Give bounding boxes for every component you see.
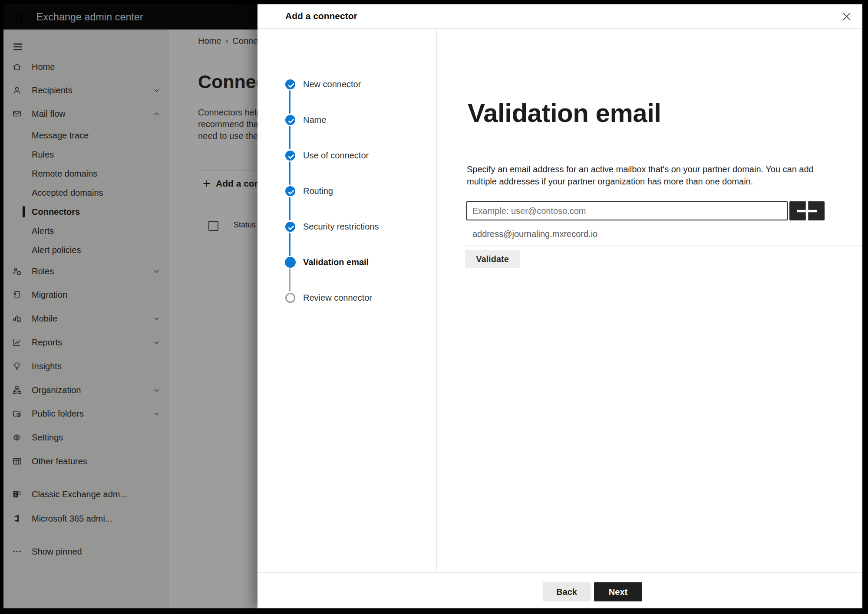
step-new-connector[interactable]: New connector (303, 78, 361, 90)
validate-button[interactable]: Validate (465, 250, 520, 268)
step-validation-email[interactable]: Validation email (303, 256, 369, 268)
check-icon (286, 223, 296, 233)
add-connector-dialog: Add a connector New connectorNameUse of … (257, 4, 862, 608)
address-value: address@journaling.mxrecord.io (472, 225, 597, 243)
step-completed-dot (285, 222, 295, 232)
step-connector-line (289, 197, 290, 220)
check-icon (286, 151, 296, 161)
next-button[interactable]: Next (594, 582, 642, 601)
plus-icon (792, 196, 822, 226)
address-row: address@journaling.mxrecord.io (466, 225, 862, 246)
step-connector-line (289, 90, 290, 114)
step-description-line: multiple addresses if your partner organ… (467, 175, 814, 187)
step-completed-dot (285, 151, 295, 161)
add-email-button[interactable] (789, 201, 825, 220)
step-completed-dot (285, 115, 295, 125)
plus-icon (792, 196, 822, 226)
step-description: Specify an email address for an active m… (467, 163, 814, 187)
email-input-row (466, 201, 825, 220)
dialog-title: Add a connector (285, 4, 357, 28)
wizard-steps: New connectorNameUse of connectorRouting… (257, 29, 437, 573)
step-connector-line (289, 161, 290, 185)
check-icon (286, 80, 296, 90)
step-security-restrictions[interactable]: Security restrictions (303, 220, 379, 233)
check-icon (286, 116, 296, 126)
step-use-of-connector[interactable]: Use of connector (303, 149, 369, 161)
step-review-connector[interactable]: Review connector (303, 292, 372, 304)
step-connector-line (289, 126, 290, 149)
step-current-dot (285, 257, 296, 268)
step-routing[interactable]: Routing (303, 185, 333, 197)
exchange-admin-app: Exchange admin center HomeRecipientsMail… (3, 4, 862, 608)
step-completed-dot (285, 186, 295, 196)
dialog-body: New connectorNameUse of connectorRouting… (257, 29, 862, 573)
screen: Exchange admin center HomeRecipientsMail… (0, 0, 868, 614)
step-connector-line (289, 233, 290, 256)
back-button[interactable]: Back (543, 582, 591, 601)
dialog-footer: Back Next (257, 572, 862, 608)
close-icon[interactable] (841, 10, 853, 23)
validation-email-pane: Validation email Specify an email addres… (436, 29, 862, 573)
step-name[interactable]: Name (303, 114, 326, 126)
email-input[interactable] (466, 201, 788, 220)
dialog-header: Add a connector (257, 4, 862, 29)
check-icon (286, 187, 296, 197)
step-completed-dot (285, 79, 295, 89)
close-icon (841, 10, 853, 23)
step-upcoming-dot (285, 293, 295, 303)
step-connector-line (289, 268, 290, 292)
step-title: Validation email (468, 98, 661, 128)
step-description-line: Specify an email address for an active m… (467, 163, 814, 175)
